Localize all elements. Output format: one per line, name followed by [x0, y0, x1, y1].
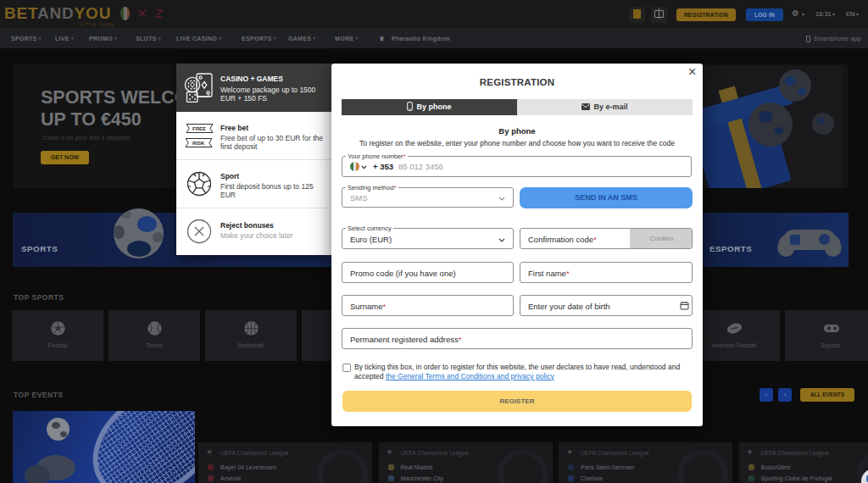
svg-text:FREE: FREE — [192, 126, 206, 131]
svg-text:RISK: RISK — [192, 141, 205, 146]
